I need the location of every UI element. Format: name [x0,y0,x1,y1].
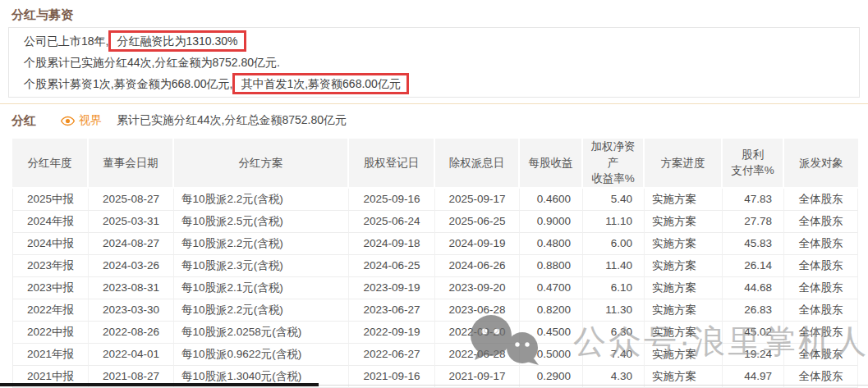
table-cell: 实施方案 [645,277,723,299]
table-cell: 2024中报 [12,233,89,255]
table-cell: 每10股派2.2元(含税) [174,233,349,255]
table-cell: 7.40 [583,344,645,366]
shijie-brand-link[interactable]: 视界 [61,113,102,128]
table-cell: 2022中报 [12,322,89,344]
table-cell: 2023-09-19 [349,277,435,299]
summary-line-dividend-total: 个股累计已实施分红44次,分红金额为8752.80亿元. [24,52,844,73]
table-cell: 2022-09-19 [349,322,435,344]
table-cell: 每10股派2.3元(含税) [174,255,349,277]
section-subtitle: 累计已实施分红44次,分红总金额8752.80亿元 [117,113,347,128]
table-cell: 每10股派2.2元(含税) [174,189,349,211]
table-cell: 全体股东 [784,344,858,366]
table-cell: 5.40 [583,189,645,211]
table-row: 2022年报2023-03-30每10股派2.2元(含税)2023-06-272… [12,299,858,322]
table-cell: 2022年报 [12,299,89,322]
table-cell: 2022-06-27 [349,344,435,366]
table-cell: 全体股东 [784,233,858,255]
table-cell: 2022-08-26 [89,322,174,344]
table-cell: 0.4700 [520,277,583,299]
table-cell: 2024-09-18 [349,233,435,255]
table-row: 2025中报2025-08-27每10股派2.2元(含税)2025-09-162… [12,189,858,211]
page-title: 分红与募资 [0,0,868,23]
table-cell: 2024-03-26 [89,255,174,277]
table-cell: 2024年报 [12,211,89,233]
table-cell: 0.4800 [520,233,583,255]
table-cell: 2025-09-16 [349,189,435,211]
column-header: 每股收益 [520,139,583,189]
summary-box: 公司已上市18年,分红融资比为1310.30% 个股累计已实施分红44次,分红金… [8,27,860,98]
table-cell: 实施方案 [645,322,723,344]
table-cell: 6.30 [583,322,645,344]
table-cell: 2022-04-01 [89,344,174,366]
table-cell: 实施方案 [645,211,723,233]
table-cell: 2022-06-28 [435,344,520,366]
table-header-row: 分红年度董事会日期分红方案股权登记日除权派息日每股收益加权净资产 收益率%方案进… [12,139,858,189]
table-cell: 2024-06-25 [349,255,435,277]
table-cell: 26.83 [723,299,784,322]
table-cell: 0.4600 [520,189,583,211]
table-cell: 11.30 [583,299,645,322]
table-cell: 19.24 [723,344,784,366]
table-cell: 2024-08-27 [89,233,174,255]
table-cell: 2023-08-31 [89,277,174,299]
brand-label: 视界 [79,113,102,128]
table-cell: 实施方案 [645,189,723,211]
section-divider [0,103,868,104]
table-cell: 实施方案 [645,233,723,255]
summary-line-fundraising: 个股累计募资1次,募资金额为668.00亿元,其中首发1次,募资额668.00亿… [24,73,844,94]
table-cell: 2024-09-19 [435,233,520,255]
column-header: 股利 支付率% [723,139,784,189]
table-cell: 0.5000 [520,344,583,366]
column-header: 派发对象 [784,139,858,189]
highlight-dividend-financing-ratio: 分红融资比为1310.30% [108,30,246,52]
summary-line-listing-text: 公司已上市18年, [24,34,108,48]
eye-icon [61,116,75,126]
table-cell: 2025-06-25 [435,211,520,233]
section-title: 分红 [11,113,36,129]
column-header: 方案进度 [645,139,723,189]
table-cell: 2025-09-17 [435,189,520,211]
table-row: 2022中报2022-08-26每10股派2.0258元(含税)2022-09-… [12,322,858,344]
column-header: 分红年度 [12,139,89,189]
table-cell: 2023中报 [12,277,89,299]
table-cell: 47.83 [723,189,784,211]
column-header: 董事会日期 [89,139,174,189]
table-cell: 0.9000 [520,211,583,233]
table-cell: 26.14 [723,255,784,277]
summary-line-fundraising-text: 个股累计募资1次,募资金额为668.00亿元, [24,77,232,90]
table-cell: 11.40 [583,255,645,277]
table-cell: 2025-06-24 [349,211,435,233]
summary-line-listing: 公司已上市18年,分红融资比为1310.30% [24,30,844,52]
table-cell: 实施方案 [645,255,723,277]
table-cell: 6.10 [583,277,645,299]
table-cell: 实施方案 [645,344,723,366]
table-cell: 2025中报 [12,189,89,211]
column-header: 加权净资产 收益率% [583,139,645,189]
table-cell: 全体股东 [784,277,858,299]
table-cell: 0.8800 [520,255,583,277]
table-cell: 2023-09-20 [435,277,520,299]
dividend-section-header: 分红 视界 累计已实施分红44次,分红总金额8752.80亿元 [11,112,868,130]
table-cell: 27.78 [723,211,784,233]
column-header: 除权派息日 [435,139,520,189]
table-cell: 每10股派2.1元(含税) [174,277,349,299]
table-cell: 2025-03-31 [89,211,174,233]
table-cell: 实施方案 [645,299,723,322]
table-cell: 45.83 [723,233,784,255]
dividend-table: 分红年度董事会日期分红方案股权登记日除权派息日每股收益加权净资产 收益率%方案进… [12,139,858,388]
table-cell: 0.8200 [520,299,583,322]
table-cell: 全体股东 [784,299,858,322]
table-cell: 全体股东 [784,255,858,277]
dividend-fundraising-page: 分红与募资 公司已上市18年,分红融资比为1310.30% 个股累计已实施分红4… [0,0,868,388]
column-header: 股权登记日 [349,139,435,189]
table-cell: 45.02 [723,322,784,344]
table-cell: 每10股派2.2元(含税) [174,299,349,322]
table-cell: 2023-06-27 [349,299,435,322]
table-cell: 每10股派2.5元(含税) [174,211,349,233]
table-cell: 44.68 [723,277,784,299]
table-row: 2024年报2025-03-31每10股派2.5元(含税)2025-06-242… [12,211,858,233]
table-cell: 2021年报 [12,344,89,366]
table-cell: 2023-03-30 [89,299,174,322]
table-cell: 全体股东 [784,211,858,233]
table-cell: 2024-06-26 [435,255,520,277]
